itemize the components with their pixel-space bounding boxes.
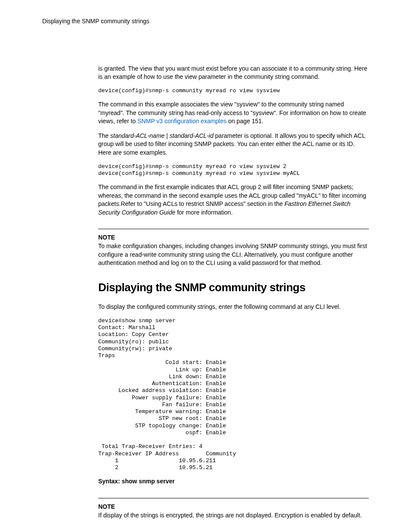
code-block-2: device(config)#snmp-s community myread r… — [98, 163, 369, 177]
note-1-label: NOTE — [98, 233, 369, 242]
note-2-rule — [98, 498, 369, 498]
note-1-body: To make configuration changes, including… — [98, 242, 369, 268]
page-header: Displaying the SNMP community strings — [42, 17, 369, 26]
syntax-line: Syntax: show snmp server — [98, 477, 369, 486]
snmp-v3-examples-link[interactable]: SNMP v3 configuration examples — [137, 118, 227, 124]
para3-em1: standard-ACL-name — [110, 132, 165, 139]
code-block-1: device(config)#snmp-s community myread r… — [98, 87, 369, 94]
content-area: is granted. The view that you want must … — [98, 65, 369, 520]
intro-paragraph: is granted. The view that you want must … — [98, 65, 369, 81]
para3-b: | — [165, 132, 169, 139]
paragraph-2: The command in this example associates t… — [98, 100, 369, 126]
paragraph-5: To display the configured community stri… — [98, 303, 369, 311]
paragraph-3: The standard-ACL-name | standard-ACL-id … — [98, 132, 369, 157]
code-block-3: device#show snmp server Contact: Marshal… — [98, 317, 369, 472]
para3-a: The — [98, 132, 110, 139]
note-1-rule — [98, 229, 369, 229]
note-2-body: If display of the strings is encrypted, … — [98, 511, 369, 520]
para2-text-b: on page 151. — [227, 118, 264, 124]
paragraph-4: The command in the first example indicat… — [98, 183, 369, 217]
para3-em2: standard-ACL-id — [170, 132, 214, 139]
section-heading: Displaying the SNMP community strings — [98, 280, 369, 295]
note-2-label: NOTE — [98, 503, 369, 511]
para4-b: for more information. — [175, 209, 233, 216]
